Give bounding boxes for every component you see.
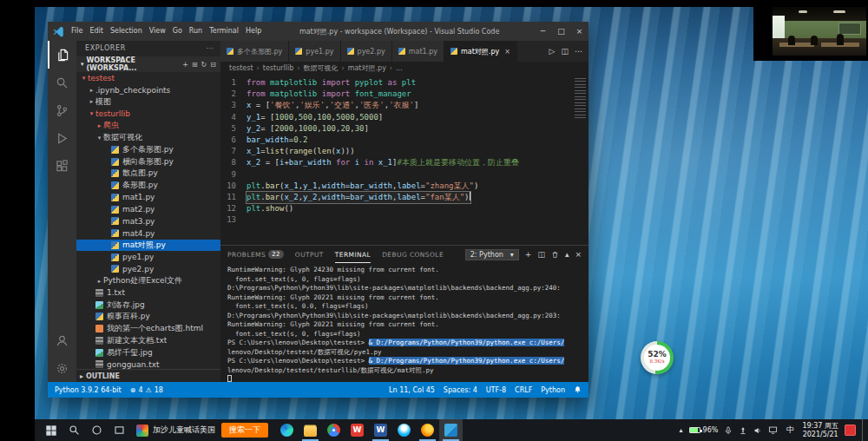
speed-ball-widget[interactable]: 52% 8.3K/s	[641, 341, 674, 374]
python-version[interactable]: Python 3.9.2 64-bit	[55, 386, 122, 394]
breadcrumb-item[interactable]: mat对照.py	[348, 63, 386, 73]
refresh-explorer-icon[interactable]: ↻	[201, 61, 207, 69]
tree-item[interactable]: 条形图.py	[76, 180, 220, 192]
tree-item[interactable]: 多个条形图.py	[76, 144, 220, 156]
code-line[interactable]: 5y_2= [2000,1000,100,20,30]	[220, 123, 589, 135]
webcam-feed[interactable]	[773, 7, 866, 56]
collapse-folders-icon[interactable]: ⊟	[210, 61, 216, 69]
maximize-button[interactable]: □	[552, 22, 570, 41]
menu-item-run[interactable]: Run	[186, 22, 206, 41]
microphone-icon[interactable]	[724, 426, 733, 435]
language-mode[interactable]: Python	[541, 386, 565, 394]
ime-indicator[interactable]: 中	[784, 425, 796, 436]
taskbar-app-chrome[interactable]	[322, 419, 345, 441]
network-icon[interactable]	[768, 425, 778, 435]
tree-item[interactable]: 散点图.py	[76, 168, 220, 180]
taskbar-app-qq[interactable]	[392, 419, 416, 441]
tree-item[interactable]: 1.txt	[76, 287, 220, 299]
panel-tab-debug-console[interactable]: DEBUG CONSOLE	[382, 246, 444, 263]
code-line[interactable]: 1from matplotlib import pyplot as plt	[220, 77, 589, 89]
explorer-more-icon[interactable]: ⋯	[206, 41, 220, 56]
tree-item[interactable]: mat3.py	[76, 215, 220, 227]
breadcrumb-item[interactable]: testest	[229, 64, 253, 72]
tree-item[interactable]: ▾testurllib	[76, 108, 220, 120]
taskbar-app-word[interactable]	[369, 419, 392, 441]
editor-tab[interactable]: pye2.py	[341, 41, 392, 62]
tree-item[interactable]: mat1.py	[76, 192, 220, 204]
tree-item[interactable]: ▸爬虫	[76, 120, 220, 132]
tree-item[interactable]: pye1.py	[76, 251, 220, 263]
code-line[interactable]: 9	[220, 169, 589, 181]
new-terminal-icon[interactable]: +	[525, 250, 532, 259]
explorer-icon[interactable]	[48, 41, 76, 69]
tree-item[interactable]: mat4.py	[76, 227, 220, 240]
tree-item[interactable]: gongguan.txt	[76, 359, 220, 369]
account-icon[interactable]	[48, 326, 76, 354]
more-actions-icon[interactable]: ⋯	[575, 47, 582, 56]
workspace-section-header[interactable]: ▾ WORKSPACE (WORKSPA... + ⊞ ↻ ⊟	[76, 56, 220, 72]
editor-tab[interactable]: mat1.py	[392, 41, 444, 62]
outline-section[interactable]: ▸ OUTLINE	[76, 369, 220, 382]
close-panel-icon[interactable]: ×	[575, 250, 582, 259]
encoding-setting[interactable]: UTF-8	[486, 386, 506, 394]
panel-tab-output[interactable]: OUTPUT	[295, 246, 324, 263]
eol-setting[interactable]: CRLF	[515, 386, 532, 394]
split-terminal-icon[interactable]: ◫	[537, 250, 545, 259]
taskbar-app-edge[interactable]	[275, 419, 299, 441]
code-line[interactable]: 6bar_width=0.2	[220, 135, 589, 146]
minimap[interactable]	[575, 78, 586, 120]
extensions-icon[interactable]	[48, 152, 76, 180]
tree-item[interactable]: 新建文本文档.txt	[76, 335, 220, 347]
editor-tab[interactable]: mat对照.py×	[444, 41, 517, 62]
close-button[interactable]: ×	[570, 22, 589, 41]
taskbar-app-vscode[interactable]	[439, 419, 463, 441]
code-line[interactable]: 7x_1=list(range(len(x)))	[220, 146, 589, 157]
tab-close-icon[interactable]: ×	[504, 48, 510, 56]
tree-item[interactable]: mat对照.py	[76, 240, 220, 252]
code-line[interactable]: 11plt.bar(x_2,y_2,width=bar_width,label=…	[220, 192, 589, 203]
editor-tab[interactable]: 多个条形图.py	[220, 41, 289, 62]
tree-item[interactable]: 糗事百科.py	[76, 311, 220, 323]
code-editor[interactable]: 1from matplotlib import pyplot as plt2fr…	[220, 75, 589, 245]
tree-item[interactable]: ▾testest	[76, 72, 220, 84]
taskbar-app-firefox[interactable]	[416, 419, 439, 441]
panel-tab-problems[interactable]: PROBLEMS22	[227, 246, 284, 263]
notifications-bell-icon[interactable]	[574, 385, 582, 395]
source-control-icon[interactable]	[48, 96, 76, 124]
tree-item[interactable]: pye2.py	[76, 263, 220, 275]
hidden-icons-chevron-icon[interactable]: ▴	[680, 426, 683, 434]
breadcrumb-item[interactable]: testurllib	[263, 64, 293, 72]
run-debug-icon[interactable]	[48, 124, 76, 152]
notification-badge[interactable]	[845, 425, 856, 436]
tree-item[interactable]: ▾数据可视化	[76, 132, 220, 144]
menu-item-help[interactable]: Help	[242, 22, 265, 41]
panel-tab-terminal[interactable]: TERMINAL	[335, 246, 371, 263]
clock[interactable]: 19:37 周五 2021/5/21	[802, 422, 838, 438]
menu-item-terminal[interactable]: Terminal	[206, 22, 242, 41]
problems-status[interactable]: ⊗ 4 ⚠ 18	[130, 386, 163, 394]
tree-item[interactable]: mat2.py	[76, 203, 220, 215]
terminal-output[interactable]: RuntimeWarning: Glyph 24230 missing from…	[220, 263, 589, 382]
split-editor-icon[interactable]: ◫	[561, 47, 569, 56]
tree-item[interactable]: ▸模图	[76, 96, 220, 109]
start-button[interactable]	[40, 419, 62, 441]
search-now-button[interactable]: 搜索一下	[221, 423, 268, 438]
taskbar-search-icon[interactable]	[62, 419, 85, 441]
breadcrumb-item[interactable]: 数据可视化	[303, 63, 338, 73]
taskbar-app-file-explorer[interactable]	[299, 419, 322, 441]
code-line[interactable]: 10plt.bar(x_1,y_1,width=bar_width,label=…	[220, 181, 589, 192]
task-view-icon[interactable]	[108, 419, 130, 441]
kill-terminal-icon[interactable]	[551, 251, 559, 259]
terminal-selector[interactable]: 2: Python ▾	[465, 249, 519, 260]
breadcrumb-item[interactable]: ...	[396, 64, 403, 72]
code-line[interactable]: 2from matplotlib import font_manager	[220, 89, 589, 100]
tree-item[interactable]: ▸.ipynb_checkpoints	[76, 84, 220, 96]
titlebar[interactable]: FileEditSelectionViewGoRunTerminalHelp m…	[48, 22, 589, 41]
menu-item-go[interactable]: Go	[169, 22, 186, 41]
code-line[interactable]: 8x_2 = [i+bar_width for i in x_1]#本质上就是要…	[220, 157, 589, 168]
menu-item-edit[interactable]: Edit	[86, 22, 107, 41]
menu-item-file[interactable]: File	[68, 22, 86, 41]
tree-item[interactable]: 易烊千玺.jpg	[76, 346, 220, 359]
search-icon[interactable]	[48, 69, 76, 96]
indentation-setting[interactable]: Spaces: 4	[444, 386, 477, 394]
